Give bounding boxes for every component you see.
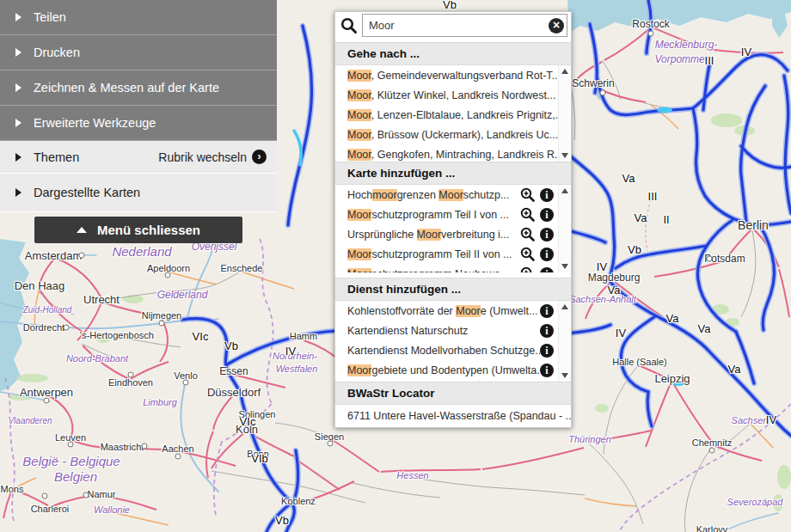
section-header-gehe-nach: Gehe nach ...	[335, 42, 571, 65]
section-header-bwastr-locator: BWaStr Locator	[335, 382, 571, 405]
magnifier-icon	[340, 16, 359, 35]
triangle-right-icon	[15, 153, 21, 162]
menu-item-zeichnen-messen-auf-der-karte[interactable]: Zeichnen & Messen auf der Karte	[0, 70, 277, 106]
result-label: Moor, Brüssow (Uckermark), Landkreis Uc.…	[347, 129, 558, 141]
info-icon[interactable]: i	[540, 324, 554, 338]
result-row[interactable]: Kartendienst Modellvorhaben Schutzge...i	[335, 340, 571, 360]
triangle-right-icon	[15, 13, 21, 21]
zoom-in-icon[interactable]	[520, 266, 535, 272]
menu-item-label: Erweiterte Werkzeuge	[34, 116, 156, 130]
section-list-bwastr-locator: 6711 Untere Havel-Wasserstraße (Spandau …	[335, 405, 571, 427]
result-label: 6711 Untere Havel-Wasserstraße (Spandau …	[347, 410, 571, 422]
close-menu-button[interactable]: Menü schliessen	[34, 217, 242, 243]
result-row[interactable]: Kohlenstoffvorräte der Moore (Umwelt...i	[335, 301, 571, 321]
section-list-gehe-nach: Moor, Gemeindeverwaltungsverband Rot-T..…	[335, 65, 571, 162]
result-row[interactable]: Moorschutzprogramm Teil II von ...i	[335, 244, 571, 264]
arrow-up-icon[interactable]	[561, 188, 568, 193]
menu-item-label: Themen	[34, 150, 79, 164]
result-label: Moor, Lenzen-Elbtalaue, Landkreis Prigni…	[347, 109, 564, 121]
result-label: Kartendienst Naturschutz	[347, 325, 468, 337]
menu-items: TeilenDruckenZeichnen & Messen auf der K…	[0, 0, 277, 212]
arrow-down-icon[interactable]	[561, 153, 568, 158]
info-icon[interactable]: i	[540, 304, 554, 318]
result-label: Moor, Gengkofen, Mintraching, Landkreis …	[347, 149, 564, 161]
section-header-dienst-hinzuf-gen: Dienst hinzufügen ...	[335, 278, 571, 301]
scrollbar[interactable]	[558, 65, 571, 162]
result-label: Kohlenstoffvorräte der Moore (Umwelt...	[347, 305, 537, 317]
result-row[interactable]: Moor, Gengkofen, Mintraching, Landkreis …	[335, 144, 571, 162]
triangle-right-icon	[15, 83, 21, 92]
result-label: Moor, Klützer Winkel, Landkreis Nordwest…	[347, 89, 555, 101]
result-row[interactable]: Moor, Klützer Winkel, Landkreis Nordwest…	[335, 85, 571, 105]
menu-item-teilen[interactable]: Teilen	[0, 0, 277, 35]
result-label: Kartendienst Modellvorhaben Schutzge...	[347, 345, 540, 357]
result-label: Moor, Gemeindeverwaltungsverband Rot-T..…	[347, 70, 561, 82]
rubrik-wechseln-link[interactable]: Rubrik wechseln›	[158, 150, 267, 164]
menu-item-themen[interactable]: ThemenRubrik wechseln›	[0, 141, 277, 174]
arrow-up-icon[interactable]	[561, 304, 568, 309]
menu-item-drucken[interactable]: Drucken	[0, 35, 277, 70]
search-results: Gehe nach ...Moor, Gemeindeverwaltungsve…	[335, 42, 571, 427]
clear-search-button[interactable]: ×	[549, 18, 564, 34]
info-icon[interactable]: i	[540, 267, 554, 273]
close-menu-label: Menü schliessen	[97, 223, 200, 237]
result-row[interactable]: Moor, Lenzen-Elbtalaue, Landkreis Prigni…	[335, 105, 571, 125]
arrow-down-icon[interactable]	[561, 264, 568, 269]
map-application: AmsterdamDen HaagUtrechtApeldoornEnsched…	[0, 0, 791, 532]
search-input[interactable]	[363, 19, 549, 32]
info-icon[interactable]: i	[540, 228, 554, 242]
menu-panel: TeilenDruckenZeichnen & Messen auf der K…	[0, 0, 277, 212]
menu-item-dargestellte-karten[interactable]: Dargestellte Karten	[0, 174, 277, 212]
info-icon[interactable]: i	[540, 248, 554, 261]
triangle-right-icon	[15, 48, 21, 57]
result-label: Moorschutzprogramm Teil I von ...	[347, 209, 509, 221]
chevron-right-circle-icon: ›	[252, 150, 267, 164]
info-icon[interactable]: i	[540, 364, 554, 377]
triangle-up-icon	[77, 227, 87, 233]
arrow-down-icon[interactable]	[561, 373, 568, 378]
result-label: Hochmoorgrenzen Moorschutzp...	[347, 189, 509, 201]
zoom-in-icon[interactable]	[520, 187, 535, 202]
section-header-karte-hinzuf-gen: Karte hinzufügen ...	[335, 162, 571, 185]
search-bar: ×	[335, 12, 571, 39]
result-row[interactable]: Moorschutzprogramm Teil I von ...i	[335, 205, 571, 224]
result-row[interactable]: Moorschutzprogramm Neubewe...i	[335, 264, 571, 272]
triangle-right-icon	[15, 188, 21, 197]
result-label: Moorgebiete und Bodentypen (Umwelta...	[347, 364, 540, 376]
result-row[interactable]: Moorgebiete und Bodentypen (Umwelta...i	[335, 360, 571, 380]
action-label: Rubrik wechseln	[158, 150, 247, 164]
menu-item-erweiterte-werkzeuge[interactable]: Erweiterte Werkzeuge	[0, 106, 277, 141]
menu-item-label: Zeichnen & Messen auf der Karte	[34, 81, 219, 95]
section-list-dienst-hinzuf-gen: Kohlenstoffvorräte der Moore (Umwelt...i…	[335, 301, 571, 382]
result-label: Moorschutzprogramm Neubewe...	[347, 268, 509, 273]
result-row[interactable]: Hochmoorgrenzen Moorschutzp...i	[335, 185, 571, 205]
scrollbar[interactable]	[558, 301, 571, 382]
result-label: Moorschutzprogramm Teil II von ...	[347, 248, 512, 260]
result-row[interactable]: Moor, Gemeindeverwaltungsverband Rot-T..…	[335, 65, 571, 85]
info-icon[interactable]: i	[540, 188, 554, 202]
zoom-in-icon[interactable]	[520, 227, 535, 242]
search-panel: × Gehe nach ...Moor, Gemeindeverwaltungs…	[334, 11, 572, 428]
result-row[interactable]: Kartendienst Naturschutzi	[335, 321, 571, 340]
info-icon[interactable]: i	[540, 344, 554, 358]
menu-item-label: Teilen	[34, 10, 66, 24]
arrow-up-icon[interactable]	[561, 69, 568, 74]
zoom-in-icon[interactable]	[520, 247, 535, 261]
section-list-karte-hinzuf-gen: Hochmoorgrenzen Moorschutzp...iMoorschut…	[335, 185, 571, 272]
scrollbar[interactable]	[558, 185, 571, 272]
menu-item-label: Drucken	[34, 46, 80, 59]
result-label: Ursprüngliche Moorverbreitung i...	[347, 229, 509, 241]
search-input-box: ×	[362, 14, 567, 37]
result-row[interactable]: 6711 Untere Havel-Wasserstraße (Spandau …	[335, 405, 571, 427]
info-icon[interactable]: i	[540, 208, 554, 222]
menu-item-label: Dargestellte Karten	[34, 186, 140, 199]
zoom-in-icon[interactable]	[520, 207, 535, 222]
result-row[interactable]: Moor, Brüssow (Uckermark), Landkreis Uc.…	[335, 125, 571, 144]
triangle-right-icon	[15, 119, 21, 127]
result-row[interactable]: Ursprüngliche Moorverbreitung i...i	[335, 224, 571, 244]
